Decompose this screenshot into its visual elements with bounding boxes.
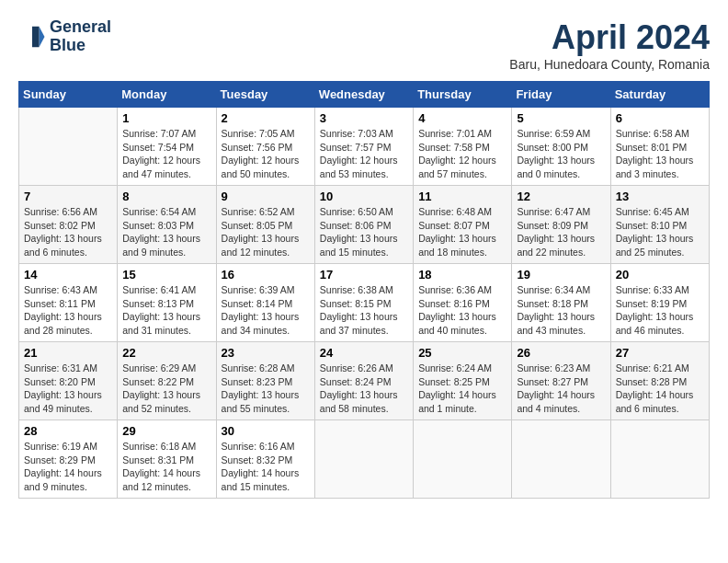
day-info: Sunrise: 6:28 AM Sunset: 8:23 PM Dayligh… bbox=[222, 362, 310, 416]
calendar-cell: 15Sunrise: 6:41 AM Sunset: 8:13 PM Dayli… bbox=[118, 264, 216, 342]
calendar-cell bbox=[314, 420, 413, 499]
day-number: 13 bbox=[616, 190, 704, 203]
calendar-cell: 28Sunrise: 6:19 AM Sunset: 8:29 PM Dayli… bbox=[19, 420, 118, 499]
calendar-cell: 5Sunrise: 6:59 AM Sunset: 8:00 PM Daylig… bbox=[512, 108, 610, 186]
day-info: Sunrise: 7:01 AM Sunset: 7:58 PM Dayligh… bbox=[418, 127, 506, 181]
day-number: 6 bbox=[616, 111, 704, 125]
day-number: 24 bbox=[320, 346, 408, 360]
calendar-cell bbox=[19, 108, 118, 186]
day-info: Sunrise: 6:18 AM Sunset: 8:31 PM Dayligh… bbox=[122, 440, 210, 494]
day-number: 21 bbox=[24, 346, 112, 360]
day-info: Sunrise: 6:54 AM Sunset: 8:03 PM Dayligh… bbox=[122, 205, 210, 259]
svg-marker-1 bbox=[32, 27, 40, 48]
day-number: 4 bbox=[418, 111, 506, 125]
day-info: Sunrise: 6:39 AM Sunset: 8:14 PM Dayligh… bbox=[222, 283, 310, 338]
day-number: 1 bbox=[122, 111, 210, 125]
day-info: Sunrise: 7:07 AM Sunset: 7:54 PM Dayligh… bbox=[122, 127, 210, 181]
location: Baru, Hunedoara County, Romania bbox=[509, 57, 710, 72]
calendar-week-row: 21Sunrise: 6:31 AM Sunset: 8:20 PM Dayli… bbox=[19, 342, 710, 420]
day-header-saturday: Saturday bbox=[610, 82, 709, 108]
day-number: 19 bbox=[517, 268, 605, 282]
day-number: 17 bbox=[320, 268, 408, 282]
day-number: 26 bbox=[517, 346, 605, 360]
month-title: April 2024 bbox=[509, 18, 710, 57]
day-info: Sunrise: 6:31 AM Sunset: 8:20 PM Dayligh… bbox=[24, 362, 112, 416]
day-header-monday: Monday bbox=[118, 82, 216, 108]
day-info: Sunrise: 6:23 AM Sunset: 8:27 PM Dayligh… bbox=[517, 362, 605, 416]
day-number: 25 bbox=[418, 346, 506, 360]
logo-text: General Blue bbox=[50, 18, 111, 55]
day-number: 7 bbox=[24, 190, 112, 203]
day-number: 18 bbox=[418, 268, 506, 282]
day-number: 28 bbox=[24, 424, 112, 438]
day-info: Sunrise: 6:26 AM Sunset: 8:24 PM Dayligh… bbox=[320, 362, 408, 416]
day-header-tuesday: Tuesday bbox=[216, 82, 314, 108]
day-number: 14 bbox=[24, 268, 112, 282]
calendar-cell: 7Sunrise: 6:56 AM Sunset: 8:02 PM Daylig… bbox=[19, 186, 118, 264]
day-number: 23 bbox=[222, 346, 310, 360]
calendar-cell: 3Sunrise: 7:03 AM Sunset: 7:57 PM Daylig… bbox=[314, 108, 413, 186]
calendar-cell: 29Sunrise: 6:18 AM Sunset: 8:31 PM Dayli… bbox=[118, 420, 216, 499]
day-info: Sunrise: 6:38 AM Sunset: 8:15 PM Dayligh… bbox=[320, 283, 408, 338]
calendar-cell: 23Sunrise: 6:28 AM Sunset: 8:23 PM Dayli… bbox=[216, 342, 314, 420]
calendar-cell: 1Sunrise: 7:07 AM Sunset: 7:54 PM Daylig… bbox=[118, 108, 216, 186]
calendar-cell: 8Sunrise: 6:54 AM Sunset: 8:03 PM Daylig… bbox=[118, 186, 216, 264]
calendar-header-row: SundayMondayTuesdayWednesdayThursdayFrid… bbox=[19, 82, 710, 108]
calendar-week-row: 14Sunrise: 6:43 AM Sunset: 8:11 PM Dayli… bbox=[19, 264, 710, 342]
day-info: Sunrise: 6:56 AM Sunset: 8:02 PM Dayligh… bbox=[24, 205, 112, 259]
calendar-cell: 17Sunrise: 6:38 AM Sunset: 8:15 PM Dayli… bbox=[314, 264, 413, 342]
day-info: Sunrise: 6:58 AM Sunset: 8:01 PM Dayligh… bbox=[616, 127, 704, 181]
calendar-cell: 12Sunrise: 6:47 AM Sunset: 8:09 PM Dayli… bbox=[512, 186, 610, 264]
calendar-cell: 26Sunrise: 6:23 AM Sunset: 8:27 PM Dayli… bbox=[512, 342, 610, 420]
day-info: Sunrise: 6:52 AM Sunset: 8:05 PM Dayligh… bbox=[222, 205, 310, 259]
calendar-cell: 19Sunrise: 6:34 AM Sunset: 8:18 PM Dayli… bbox=[512, 264, 610, 342]
calendar-cell: 18Sunrise: 6:36 AM Sunset: 8:16 PM Dayli… bbox=[414, 264, 512, 342]
day-info: Sunrise: 6:45 AM Sunset: 8:10 PM Dayligh… bbox=[616, 205, 704, 259]
calendar-cell: 2Sunrise: 7:05 AM Sunset: 7:56 PM Daylig… bbox=[216, 108, 314, 186]
calendar-cell: 4Sunrise: 7:01 AM Sunset: 7:58 PM Daylig… bbox=[414, 108, 512, 186]
calendar-cell: 21Sunrise: 6:31 AM Sunset: 8:20 PM Dayli… bbox=[19, 342, 118, 420]
calendar-cell: 14Sunrise: 6:43 AM Sunset: 8:11 PM Dayli… bbox=[19, 264, 118, 342]
calendar-cell: 16Sunrise: 6:39 AM Sunset: 8:14 PM Dayli… bbox=[216, 264, 314, 342]
day-info: Sunrise: 6:33 AM Sunset: 8:19 PM Dayligh… bbox=[616, 283, 704, 338]
day-number: 11 bbox=[418, 190, 506, 203]
calendar-cell: 11Sunrise: 6:48 AM Sunset: 8:07 PM Dayli… bbox=[414, 186, 512, 264]
day-number: 10 bbox=[320, 190, 408, 203]
title-block: April 2024 Baru, Hunedoara County, Roman… bbox=[509, 18, 710, 72]
calendar-cell: 22Sunrise: 6:29 AM Sunset: 8:22 PM Dayli… bbox=[118, 342, 216, 420]
calendar-cell: 13Sunrise: 6:45 AM Sunset: 8:10 PM Dayli… bbox=[610, 186, 709, 264]
day-number: 12 bbox=[517, 190, 605, 203]
calendar-cell: 6Sunrise: 6:58 AM Sunset: 8:01 PM Daylig… bbox=[610, 108, 709, 186]
calendar-cell: 27Sunrise: 6:21 AM Sunset: 8:28 PM Dayli… bbox=[610, 342, 709, 420]
day-number: 5 bbox=[517, 111, 605, 125]
day-info: Sunrise: 6:43 AM Sunset: 8:11 PM Dayligh… bbox=[24, 283, 112, 338]
calendar-cell: 30Sunrise: 6:16 AM Sunset: 8:32 PM Dayli… bbox=[216, 420, 314, 499]
day-number: 27 bbox=[616, 346, 704, 360]
day-number: 16 bbox=[222, 268, 310, 282]
day-number: 22 bbox=[122, 346, 210, 360]
day-number: 15 bbox=[122, 268, 210, 282]
day-info: Sunrise: 6:24 AM Sunset: 8:25 PM Dayligh… bbox=[418, 362, 506, 416]
day-info: Sunrise: 6:19 AM Sunset: 8:29 PM Dayligh… bbox=[24, 440, 112, 494]
calendar-cell bbox=[610, 420, 709, 499]
page-header: General Blue April 2024 Baru, Hunedoara … bbox=[18, 18, 710, 72]
day-info: Sunrise: 6:21 AM Sunset: 8:28 PM Dayligh… bbox=[616, 362, 704, 416]
logo-line1: General bbox=[50, 18, 111, 37]
day-info: Sunrise: 7:03 AM Sunset: 7:57 PM Dayligh… bbox=[320, 127, 408, 181]
calendar-cell: 24Sunrise: 6:26 AM Sunset: 8:24 PM Dayli… bbox=[314, 342, 413, 420]
day-number: 20 bbox=[616, 268, 704, 282]
day-header-friday: Friday bbox=[512, 82, 610, 108]
day-number: 29 bbox=[122, 424, 210, 438]
day-header-wednesday: Wednesday bbox=[314, 82, 413, 108]
day-header-thursday: Thursday bbox=[414, 82, 512, 108]
day-number: 2 bbox=[222, 111, 310, 125]
day-number: 9 bbox=[222, 190, 310, 203]
calendar-table: SundayMondayTuesdayWednesdayThursdayFrid… bbox=[18, 81, 710, 499]
logo-icon bbox=[18, 23, 46, 51]
day-number: 3 bbox=[320, 111, 408, 125]
calendar-week-row: 7Sunrise: 6:56 AM Sunset: 8:02 PM Daylig… bbox=[19, 186, 710, 264]
day-info: Sunrise: 7:05 AM Sunset: 7:56 PM Dayligh… bbox=[222, 127, 310, 181]
calendar-cell bbox=[414, 420, 512, 499]
day-info: Sunrise: 6:41 AM Sunset: 8:13 PM Dayligh… bbox=[122, 283, 210, 338]
logo-line2: Blue bbox=[50, 37, 111, 55]
